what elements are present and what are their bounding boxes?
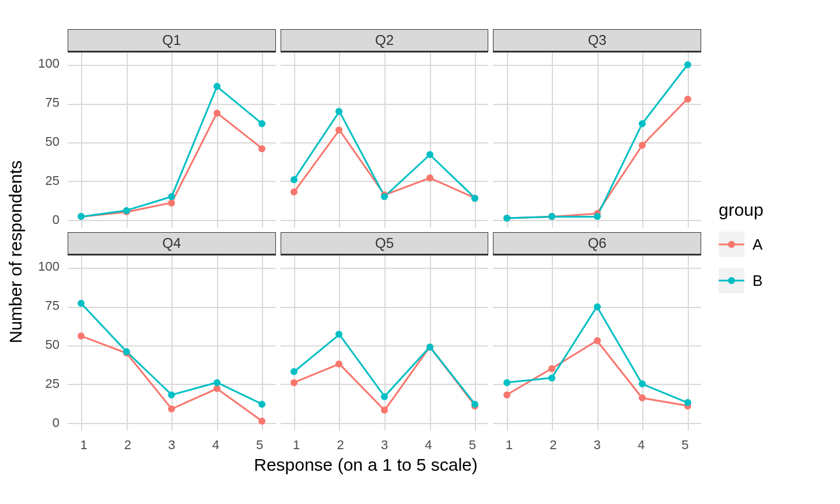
x-tick-label: 5 (256, 438, 263, 453)
x-tick-label: 2 (337, 438, 344, 453)
legend-label: B (752, 272, 762, 290)
series-line-b (507, 65, 688, 218)
data-point (335, 331, 342, 338)
panel (68, 254, 276, 430)
facet-strip: Q3 (493, 29, 701, 51)
legend: group AB (719, 200, 764, 304)
x-tick-label: 2 (550, 438, 556, 453)
panel (493, 254, 701, 430)
data-point (381, 193, 388, 200)
facet-strip: Q6 (493, 232, 701, 254)
x-tick-label: 1 (80, 438, 87, 453)
series-line-a (294, 347, 475, 411)
series-line-a (507, 341, 688, 406)
data-point (594, 213, 601, 220)
legend-dot-icon (728, 277, 735, 284)
data-point (426, 174, 433, 181)
x-tick-label: 2 (124, 438, 131, 453)
y-tick-label: 0 (52, 212, 60, 228)
plot-svg (68, 256, 276, 430)
y-tick-label: 75 (46, 95, 60, 110)
data-point (471, 401, 478, 408)
x-tick-label: 4 (638, 438, 645, 453)
data-point (335, 108, 342, 115)
data-point (594, 303, 601, 310)
legend-item-b: B (719, 268, 764, 293)
x-axis-label: Response (on a 1 to 5 scale) (30, 455, 701, 475)
x-tick-label: 5 (469, 438, 476, 453)
data-point (214, 110, 220, 117)
legend-label: A (752, 236, 762, 254)
data-point (258, 401, 265, 408)
y-tick-label: 25 (46, 173, 60, 188)
y-tick-label: 50 (46, 337, 60, 352)
data-point (258, 418, 265, 425)
x-ticks: 12345 (493, 435, 701, 453)
legend-title: group (719, 200, 764, 220)
facet-q2: Q2 (281, 29, 489, 228)
data-point (639, 380, 646, 387)
legend-dot-icon (728, 241, 735, 248)
y-tick-label: 25 (46, 376, 60, 391)
data-point (258, 120, 265, 127)
series-line-a (507, 99, 688, 218)
data-point (214, 83, 220, 90)
data-point (426, 344, 433, 351)
data-point (168, 391, 175, 398)
facet-q3: Q3 (493, 29, 701, 228)
x-tick-label: 3 (594, 438, 601, 453)
facet-grid: X0255075100Q1Q2Q3X0255075100Q4Q5Q6123451… (30, 29, 701, 453)
facet-q4: Q4 (68, 232, 276, 430)
data-point (548, 365, 555, 372)
spacer (30, 435, 63, 453)
data-point (471, 195, 478, 202)
grid-area: X0255075100Q1Q2Q3X0255075100Q4Q5Q6123451… (30, 29, 701, 475)
data-point (548, 213, 555, 220)
facet-q5: Q5 (281, 232, 489, 430)
data-point (290, 176, 298, 183)
x-tick-label: 1 (506, 438, 513, 453)
x-tick-label: 4 (212, 438, 219, 453)
panel (281, 51, 489, 228)
data-point (335, 360, 342, 368)
data-point (639, 142, 646, 149)
y-tick-label: 75 (46, 298, 60, 313)
y-tick-label: 0 (52, 415, 60, 430)
facet-q1: Q1 (68, 29, 276, 228)
plot-svg (281, 256, 489, 430)
facet-strip: Q5 (281, 232, 489, 254)
x-ticks: 12345 (68, 435, 276, 453)
data-point (123, 348, 130, 355)
data-point (214, 385, 220, 392)
series-line-b (507, 307, 688, 403)
y-ticks: X0255075100 (30, 232, 63, 430)
facet-strip: Q1 (68, 29, 276, 51)
data-point (335, 127, 342, 134)
data-point (78, 213, 85, 220)
facet-strip: Q4 (68, 232, 276, 254)
y-tick-label: 100 (38, 56, 60, 71)
legend-key (719, 268, 744, 293)
data-point (594, 337, 601, 344)
x-tick-label: 1 (293, 438, 300, 453)
x-tick-label: 4 (425, 438, 432, 453)
panel (493, 51, 701, 228)
panel (281, 254, 489, 430)
data-point (78, 332, 85, 340)
x-ticks: 12345 (281, 435, 489, 453)
data-point (503, 391, 510, 398)
facet-q6: Q6 (493, 232, 701, 430)
plot-svg (493, 52, 701, 228)
y-tick-label: 100 (38, 259, 60, 274)
data-point (684, 96, 691, 103)
data-point (381, 407, 388, 414)
data-point (684, 61, 691, 68)
data-point (639, 120, 646, 127)
x-tick-label: 3 (381, 438, 388, 453)
data-point (168, 200, 175, 206)
data-point (290, 188, 298, 195)
x-tick-label: 3 (168, 438, 175, 453)
faceted-line-chart: Number of respondents X0255075100Q1Q2Q3X… (6, 29, 764, 475)
data-point (214, 379, 220, 386)
data-point (381, 393, 388, 400)
